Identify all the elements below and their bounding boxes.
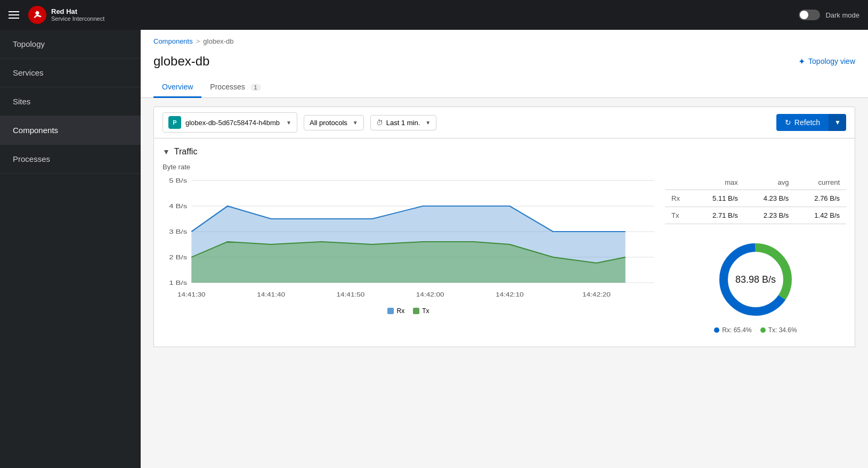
sidebar-item-sites[interactable]: Sites bbox=[0, 87, 141, 116]
time-arrow: ▼ bbox=[425, 120, 431, 126]
section-header: ▼ Traffic bbox=[163, 147, 846, 157]
donut-value: 83.98 B/s bbox=[735, 274, 776, 285]
traffic-section: ▼ Traffic Byte rate bbox=[153, 138, 855, 347]
topology-view-link[interactable]: ✦ Topology view bbox=[798, 56, 855, 67]
section-toggle[interactable]: ▼ bbox=[163, 147, 170, 156]
donut-chart: 83.98 B/s bbox=[713, 237, 798, 322]
tab-processes-badge: 1 bbox=[250, 84, 261, 91]
clock-icon: ⏱ bbox=[376, 119, 383, 127]
process-selector-arrow: ▼ bbox=[286, 120, 291, 126]
protocol-label: All protocols bbox=[310, 119, 347, 127]
svg-text:1 B/s: 1 B/s bbox=[169, 280, 188, 286]
stats-tx-label: Tx bbox=[665, 207, 693, 224]
legend-tx-label: Tx bbox=[422, 307, 429, 315]
protocol-arrow: ▼ bbox=[353, 120, 358, 126]
svg-text:14:42:10: 14:42:10 bbox=[496, 292, 524, 298]
breadcrumb: Components > globex-db bbox=[141, 30, 868, 50]
svg-text:4 B/s: 4 B/s bbox=[169, 203, 188, 210]
donut-center: 83.98 B/s bbox=[735, 274, 776, 285]
stats-col-avg: avg bbox=[744, 175, 796, 190]
legend-tx-dot bbox=[413, 308, 419, 314]
donut-legend-tx: Tx: 34.6% bbox=[760, 326, 797, 334]
tab-overview-label: Overview bbox=[162, 83, 193, 91]
time-label: Last 1 min. bbox=[386, 119, 420, 127]
process-name: globex-db-5d67c58474-h4bmb bbox=[185, 119, 280, 127]
tab-overview[interactable]: Overview bbox=[153, 77, 201, 98]
stats-container: max avg current Rx 5.11 B/s 4.23 B/s bbox=[665, 175, 846, 338]
stats-tx-current: 1.42 B/s bbox=[795, 207, 846, 224]
stats-rx-avg: 4.23 B/s bbox=[744, 190, 796, 207]
svg-text:14:41:40: 14:41:40 bbox=[257, 292, 285, 298]
stats-rx-max: 5.11 B/s bbox=[693, 190, 744, 207]
stats-col-label bbox=[665, 175, 693, 190]
legend-rx-dot bbox=[387, 308, 394, 314]
stats-rx-label: Rx bbox=[665, 190, 693, 207]
time-selector[interactable]: ⏱ Last 1 min. ▼ bbox=[370, 115, 437, 130]
svg-text:5 B/s: 5 B/s bbox=[169, 177, 188, 184]
svg-text:14:41:50: 14:41:50 bbox=[337, 292, 365, 298]
dark-mode-toggle[interactable] bbox=[799, 10, 820, 20]
breadcrumb-parent-link[interactable]: Components bbox=[153, 37, 193, 45]
process-badge: P bbox=[168, 116, 181, 129]
brand-name: Red Hat bbox=[51, 7, 104, 16]
legend-rx-label: Rx bbox=[396, 307, 404, 315]
chart-area: 5 B/s 4 B/s 3 B/s 2 B/s 1 B/s bbox=[163, 175, 846, 338]
toolbar: P globex-db-5d67c58474-h4bmb ▼ All proto… bbox=[153, 106, 855, 138]
refetch-button-group: ↻ Refetch ▼ bbox=[776, 114, 846, 131]
top-nav: Red Hat Service Interconnect Dark mode bbox=[0, 0, 868, 30]
svg-text:3 B/s: 3 B/s bbox=[169, 228, 188, 235]
chart-svg: 5 B/s 4 B/s 3 B/s 2 B/s 1 B/s bbox=[163, 175, 654, 303]
chart-legend: Rx Tx bbox=[163, 307, 654, 315]
breadcrumb-current: globex-db bbox=[203, 37, 233, 45]
legend-tx: Tx bbox=[413, 307, 429, 315]
legend-rx: Rx bbox=[387, 307, 404, 315]
svg-text:14:42:20: 14:42:20 bbox=[582, 292, 611, 298]
refetch-dropdown-button[interactable]: ▼ bbox=[829, 114, 846, 131]
donut-chart-container: 83.98 B/s Rx: 65.4% Tx: 34.6 bbox=[665, 233, 846, 338]
brand-subtitle: Service Interconnect bbox=[51, 15, 104, 22]
donut-tx-dot bbox=[760, 327, 766, 333]
content-area: P globex-db-5d67c58474-h4bmb ▼ All proto… bbox=[141, 98, 868, 468]
breadcrumb-separator: > bbox=[196, 37, 200, 45]
chart-label: Byte rate bbox=[163, 163, 846, 171]
page-header: globex-db ✦ Topology view bbox=[141, 50, 868, 69]
process-selector[interactable]: P globex-db-5d67c58474-h4bmb ▼ bbox=[163, 112, 297, 133]
stats-table: max avg current Rx 5.11 B/s 4.23 B/s bbox=[665, 175, 846, 224]
protocol-selector[interactable]: All protocols ▼ bbox=[304, 115, 364, 130]
donut-rx-label: Rx: 65.4% bbox=[722, 326, 751, 334]
stats-tx-avg: 2.23 B/s bbox=[744, 207, 796, 224]
tab-processes[interactable]: Processes 1 bbox=[201, 77, 269, 98]
donut-legend-rx: Rx: 65.4% bbox=[714, 326, 751, 334]
sidebar-item-processes[interactable]: Processes bbox=[0, 145, 141, 174]
sidebar: Topology Services Sites Components Proce… bbox=[0, 30, 141, 468]
topology-view-label: Topology view bbox=[808, 57, 855, 65]
line-chart-container: 5 B/s 4 B/s 3 B/s 2 B/s 1 B/s bbox=[163, 175, 654, 338]
stats-row-rx: Rx 5.11 B/s 4.23 B/s 2.76 B/s bbox=[665, 190, 846, 207]
refetch-button[interactable]: ↻ Refetch bbox=[776, 114, 829, 131]
sidebar-item-topology[interactable]: Topology bbox=[0, 30, 141, 59]
stats-col-current: current bbox=[795, 175, 846, 190]
tab-processes-label: Processes bbox=[210, 83, 245, 91]
svg-text:2 B/s: 2 B/s bbox=[169, 254, 188, 261]
sidebar-item-services[interactable]: Services bbox=[0, 59, 141, 87]
refetch-label: Refetch bbox=[794, 118, 820, 127]
stats-row-tx: Tx 2.71 B/s 2.23 B/s 1.42 B/s bbox=[665, 207, 846, 224]
brand-logo bbox=[28, 5, 47, 24]
svg-text:14:41:30: 14:41:30 bbox=[177, 292, 206, 298]
topology-icon: ✦ bbox=[798, 56, 805, 67]
stats-tx-max: 2.71 B/s bbox=[693, 207, 744, 224]
stats-col-max: max bbox=[693, 175, 744, 190]
donut-legend: Rx: 65.4% Tx: 34.6% bbox=[714, 326, 797, 334]
line-chart: 5 B/s 4 B/s 3 B/s 2 B/s 1 B/s bbox=[163, 175, 654, 303]
main-content: Components > globex-db globex-db ✦ Topol… bbox=[141, 30, 868, 468]
sidebar-item-components[interactable]: Components bbox=[0, 116, 141, 145]
donut-tx-label: Tx: 34.6% bbox=[768, 326, 797, 334]
stats-rx-current: 2.76 B/s bbox=[795, 190, 846, 207]
section-title: Traffic bbox=[174, 147, 198, 157]
menu-button[interactable] bbox=[9, 11, 19, 19]
tabs: Overview Processes 1 bbox=[141, 69, 868, 98]
refetch-icon: ↻ bbox=[785, 118, 791, 127]
svg-text:14:42:00: 14:42:00 bbox=[416, 292, 444, 298]
brand-text: Red Hat Service Interconnect bbox=[51, 7, 104, 23]
page-title: globex-db bbox=[153, 54, 209, 69]
